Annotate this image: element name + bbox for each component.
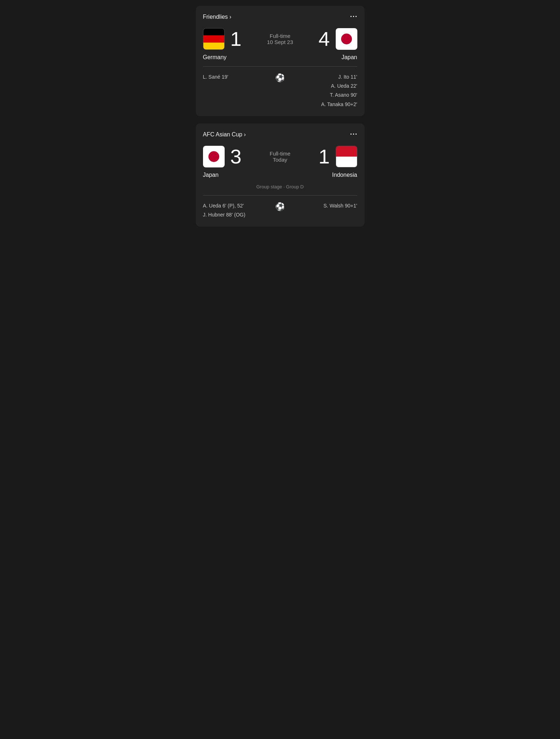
home-scorer-sane: L. Sané 19' (203, 74, 228, 80)
indonesia-flag (336, 146, 357, 167)
divider-2 (203, 195, 357, 196)
match-card-japan-indonesia: AFC Asian Cup › ⋮ 3 Full-time Today 1 Ja… (196, 123, 365, 227)
germany-flag (203, 28, 225, 50)
away-team-name: Japan (341, 54, 357, 61)
match-date: 10 Sept 23 (267, 39, 293, 45)
group-stage-info: Group stage · Group D (203, 184, 357, 189)
flag-stripe-red (203, 35, 224, 42)
away-team-right-2: 1 (290, 146, 357, 167)
divider (203, 66, 357, 67)
match-status: Full-time (267, 33, 293, 39)
team-names-row: Germany Japan (203, 54, 357, 61)
match-info: Full-time 10 Sept 23 (267, 33, 293, 45)
ball-icon: ⚽ (275, 73, 285, 83)
team-names-row-2: Japan Indonesia (203, 172, 357, 178)
home-scorer-ueda: A. Ueda 6' (P), 52' (203, 201, 272, 210)
score-row-2: 3 Full-time Today 1 (203, 146, 357, 167)
more-options-button[interactable]: ⋮ (350, 13, 357, 21)
score-row: 1 Full-time 10 Sept 23 4 (203, 28, 357, 50)
ball-icon-2: ⚽ (275, 202, 285, 211)
japan-flag-circle-2 (208, 151, 219, 162)
card-header-2: AFC Asian Cup › ⋮ (203, 131, 357, 139)
more-options-button-2[interactable]: ⋮ (350, 131, 357, 139)
away-scorer-tanaka: A. Tanaka 90+2' (288, 100, 357, 109)
home-score: 1 (230, 29, 242, 49)
home-score-2: 3 (230, 147, 242, 167)
away-scorer-walsh: S. Walsh 90+1' (323, 203, 357, 209)
away-scorer-ito: J. Ito 11' (288, 73, 357, 82)
flag-stripe-gold (203, 43, 224, 49)
japan-flag (336, 28, 357, 50)
away-scorers: J. Ito 11' A. Ueda 22' T. Asano 90' A. T… (288, 73, 357, 109)
scorers-row-2: A. Ueda 6' (P), 52' J. Hubner 88' (OG) ⚽… (203, 201, 357, 219)
home-team-left: 1 (203, 28, 267, 50)
home-team-name-2: Japan (203, 172, 219, 178)
flag-stripe-black (203, 29, 224, 35)
card-header: Friendlies › ⋮ (203, 13, 357, 21)
japan-flag-circle (341, 34, 352, 44)
match-info-2: Full-time Today (270, 150, 291, 163)
away-score: 4 (318, 29, 330, 49)
home-scorer-hubner: J. Hubner 88' (OG) (203, 210, 272, 219)
match-card-germany-japan: Friendlies › ⋮ 1 Full-time 10 Sept 23 4 … (196, 6, 365, 116)
away-score-2: 1 (318, 147, 330, 167)
away-scorer-ueda: A. Ueda 22' (288, 82, 357, 91)
home-scorers-2: A. Ueda 6' (P), 52' J. Hubner 88' (OG) (203, 201, 272, 219)
flag-indonesia-white (336, 157, 357, 167)
home-scorers: L. Sané 19' (203, 73, 272, 82)
competition-link-afc[interactable]: AFC Asian Cup › (203, 131, 246, 138)
flag-indonesia-red (336, 146, 357, 157)
match-status-2: Full-time (270, 150, 291, 157)
japan-flag-2 (203, 146, 225, 167)
away-team-right: 4 (293, 28, 357, 50)
away-team-name-2: Indonesia (332, 172, 357, 178)
scorers-row: L. Sané 19' ⚽ J. Ito 11' A. Ueda 22' T. … (203, 73, 357, 109)
home-team-left-2: 3 (203, 146, 270, 167)
away-scorer-asano: T. Asano 90' (288, 91, 357, 100)
home-team-name: Germany (203, 54, 227, 61)
away-scorers-2: S. Walsh 90+1' (288, 201, 357, 210)
competition-link-friendlies[interactable]: Friendlies › (203, 14, 232, 20)
match-date-2: Today (270, 157, 291, 163)
